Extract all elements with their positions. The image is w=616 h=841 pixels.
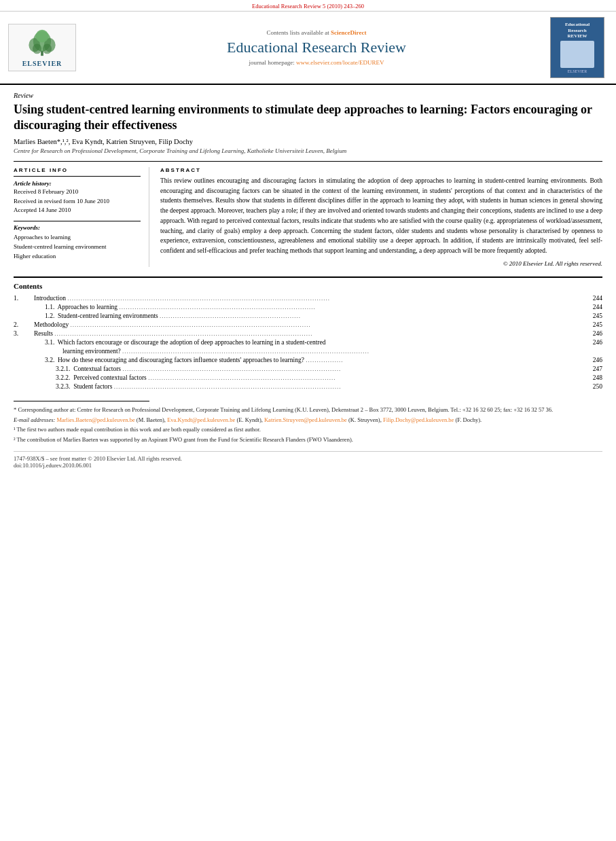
page: Educational Research Review 5 (2010) 243…: [0, 0, 616, 841]
toc-title-3-2: 3.2. How do these encouraging and discou…: [34, 356, 582, 365]
email-dochy-link[interactable]: Filip.Dochy@ped.kuleuven.be: [383, 416, 454, 423]
toc-row-1-1: 1.1. Approaches to learning ............…: [14, 303, 602, 312]
svg-point-4: [36, 29, 49, 42]
toc-num-1-1: [14, 303, 34, 312]
keywords-divider: [14, 221, 141, 221]
keyword-2: Student-centred learning environment: [14, 242, 141, 251]
toc-num-2: 2.: [14, 321, 34, 329]
article-history-label: Article history:: [14, 180, 141, 187]
toc-dots-1: ........................................…: [67, 295, 330, 302]
abstract-heading: ABSTRACT: [160, 167, 602, 173]
toc-title-1-2: 1.2. Student-centred learning environmen…: [34, 312, 582, 321]
toc-row-3-1: 3.1. Which factors encourage or discoura…: [14, 338, 602, 347]
toc-num-3-1: [14, 338, 34, 347]
svg-point-5: [33, 43, 41, 54]
journal-homepage-line: journal homepage: www.elsevier.com/locat…: [88, 59, 545, 66]
journal-title: Educational Research Review: [88, 39, 545, 56]
toc-dots-1-2: ........................................…: [160, 312, 301, 319]
toc-page-3: 246: [582, 329, 602, 338]
toc-row-1: 1. Introduction ........................…: [14, 294, 602, 303]
elsevier-logo-container: ELSEVIER: [8, 24, 83, 71]
article-info-abstract: ARTICLE INFO Article history: Received 8…: [14, 161, 602, 267]
toc-dots-3-2-1: ........................................…: [122, 365, 341, 372]
email-struyven-name: (K. Struyven),: [348, 416, 382, 423]
article-info-heading: ARTICLE INFO: [14, 167, 141, 173]
article-title: Using student-centred learning environme…: [14, 102, 602, 132]
journal-header: ELSEVIER Contents lists available at Sci…: [0, 12, 616, 85]
toc-title-3: Results ................................…: [34, 329, 582, 338]
toc-page-1-2: 245: [582, 312, 602, 321]
revised-date: Received in revised form 10 June 2010: [14, 197, 141, 207]
toc-dots-2: ........................................…: [71, 321, 311, 328]
journal-url[interactable]: www.elsevier.com/locate/EDUREV: [296, 59, 384, 66]
toc-title-3-1: 3.1. Which factors encourage or discoura…: [34, 338, 582, 347]
email-label: E-mail addresses:: [14, 416, 56, 423]
email-struyven-link[interactable]: Katrien.Struyven@ped.kuleuven.be: [264, 416, 347, 423]
footnote-2: ² The contribution of Marlies Baeten was…: [14, 435, 602, 444]
toc-dots-3-2-3: ........................................…: [114, 383, 342, 390]
toc-row-3-2: 3.2. How do these encouraging and discou…: [14, 356, 602, 365]
email-baeten-link[interactable]: Marlies.Baeten@ped.kuleuven.be: [56, 416, 134, 423]
cover-publisher: ELSEVIER: [568, 69, 587, 73]
keyword-3: Higher education: [14, 251, 141, 261]
info-divider: [14, 176, 141, 177]
article-info-column: ARTICLE INFO Article history: Received 8…: [14, 167, 149, 267]
footnote-1: ¹ The first two authors made equal contr…: [14, 425, 602, 434]
doi-line: doi:10.1016/j.edurev.2010.06.001: [14, 462, 602, 469]
footnotes-section: * Corresponding author at: Centre for Re…: [14, 406, 602, 444]
svg-rect-0: [41, 50, 43, 55]
toc-title-3-2-2: 3.2.2. Perceived contextual factors ....…: [34, 374, 582, 382]
email-kyndt-name: (E. Kyndt),: [236, 416, 262, 423]
issn-line: 1747-938X/$ – see front matter © 2010 El…: [14, 455, 602, 462]
sciencedirect-anchor[interactable]: ScienceDirect: [331, 29, 366, 36]
corresponding-note: * Corresponding author at: Centre for Re…: [14, 406, 602, 414]
toc-dots-3-1b: ........................................…: [122, 348, 369, 355]
toc-title-3-2-3: 3.2.3. Student factors .................…: [34, 382, 582, 391]
toc-title-3-2-1: 3.2.1. Contextual factors ..............…: [34, 365, 582, 374]
journal-cover-container: EducationalResearchREVIEW ELSEVIER: [550, 17, 608, 78]
toc-page-1-1: 244: [582, 303, 602, 312]
toc-table: 1. Introduction ........................…: [14, 294, 602, 391]
toc-page-3-1: 246: [582, 338, 602, 347]
toc-dots-3: ........................................…: [54, 330, 312, 337]
contents-heading: Contents: [14, 282, 602, 290]
toc-num-3-2: [14, 356, 34, 365]
received-date: Received 8 February 2010: [14, 187, 141, 197]
toc-page-1: 244: [582, 294, 602, 303]
toc-dots-3-2: .................: [306, 357, 343, 363]
toc-title-1: Introduction ...........................…: [34, 294, 582, 303]
toc-num-3-2-2: [14, 374, 34, 382]
toc-num-3-2-1: [14, 365, 34, 374]
abstract-text: This review outlines encouraging and dis…: [160, 176, 602, 256]
main-content: Review Using student-centred learning en…: [0, 85, 616, 476]
keywords-section: Keywords: Approaches to learning Student…: [14, 221, 141, 262]
page-footer: 1747-938X/$ – see front matter © 2010 El…: [14, 451, 602, 469]
article-authors: Marlies Baeten*,¹,², Eva Kyndt, Katrien …: [14, 138, 602, 145]
toc-page-2: 245: [582, 321, 602, 329]
toc-row-3-2-1: 3.2.1. Contextual factors ..............…: [14, 365, 602, 374]
article-dates: Received 8 February 2010 Received in rev…: [14, 187, 141, 215]
keywords-heading: Keywords:: [14, 224, 141, 231]
toc-dots-1-1: ........................................…: [120, 304, 316, 310]
toc-page-3-2-2: 248: [582, 374, 602, 382]
toc-row-3-1b: learning environment? ..................…: [14, 347, 602, 356]
sciencedirect-link: Contents lists available at ScienceDirec…: [88, 29, 545, 36]
toc-num-1-2: [14, 312, 34, 321]
email-dochy-name: (F. Dochy).: [455, 416, 482, 423]
email-kyndt-link[interactable]: Eva.Kyndt@ped.kuleuven.be: [167, 416, 235, 423]
toc-empty-3-1b: [14, 347, 34, 356]
accepted-date: Accepted 14 June 2010: [14, 206, 141, 215]
toc-page-3-2-3: 250: [582, 382, 602, 391]
elsevier-logo: ELSEVIER: [8, 24, 76, 71]
toc-row-3: 3. Results .............................…: [14, 329, 602, 338]
top-citation-bar: Educational Research Review 5 (2010) 243…: [0, 0, 616, 12]
keyword-1: Approaches to learning: [14, 232, 141, 242]
article-type-label: Review: [14, 92, 602, 99]
toc-page-3-2-1: 247: [582, 365, 602, 374]
email-baeten-name: (M. Baeten),: [137, 416, 166, 423]
toc-dots-3-2-2: ........................................…: [148, 374, 336, 381]
toc-row-3-2-3: 3.2.3. Student factors .................…: [14, 382, 602, 391]
toc-row-2: 2. Methodology .........................…: [14, 321, 602, 329]
cover-graphic: [560, 41, 594, 68]
cover-title: EducationalResearchREVIEW: [565, 22, 590, 39]
